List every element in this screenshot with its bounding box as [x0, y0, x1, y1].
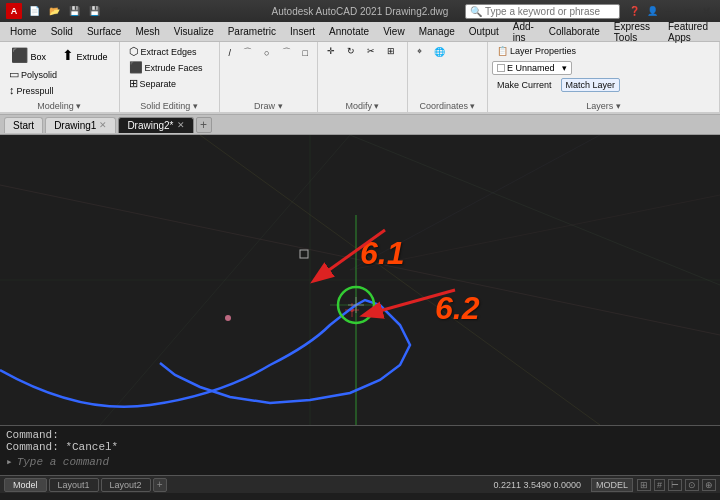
- draw-arc[interactable]: ⌒: [277, 44, 296, 61]
- layout-tab-model[interactable]: Model: [4, 478, 47, 492]
- qat-new[interactable]: 📄: [26, 3, 42, 19]
- menu-view[interactable]: View: [377, 24, 411, 39]
- qat-saveas[interactable]: 💾: [86, 3, 102, 19]
- cmdline-input-row: ▸: [6, 455, 714, 468]
- layout-tab-layout2[interactable]: Layout2: [101, 478, 151, 492]
- match-layer-button[interactable]: Match Layer: [561, 78, 621, 92]
- modify-copy[interactable]: ⊞: [382, 44, 400, 58]
- extrude-icon: ⬆: [62, 47, 74, 63]
- box-button[interactable]: ⬛ Box: [4, 44, 53, 66]
- ortho-toggle[interactable]: ⊢: [668, 479, 682, 491]
- qat-redo[interactable]: ↪: [146, 3, 162, 19]
- doc-tab-drawing2[interactable]: Drawing2* ✕: [118, 117, 193, 133]
- modify-rotate[interactable]: ↻: [342, 44, 360, 58]
- titlebar-right: 🔍 ❓ 👤 ─ □ ✕: [465, 3, 714, 19]
- modify-trim[interactable]: ✂: [362, 44, 380, 58]
- layers-icon: 📋: [497, 46, 508, 56]
- menu-parametric[interactable]: Parametric: [222, 24, 282, 39]
- doc-tabs: Start Drawing1 ✕ Drawing2* ✕ +: [0, 115, 720, 135]
- extrude-faces-icon: ⬛: [129, 62, 143, 73]
- minimize-btn[interactable]: ─: [662, 3, 678, 19]
- qat-save[interactable]: 💾: [66, 3, 82, 19]
- extrude-button[interactable]: ⬆ Extrude: [55, 44, 115, 66]
- new-tab-button[interactable]: +: [196, 117, 212, 133]
- menubar: Home Solid Surface Mesh Visualize Parame…: [0, 22, 720, 42]
- extrude-faces-button[interactable]: ⬛ Extrude Faces: [124, 60, 208, 75]
- presspull-icon: ↕: [9, 85, 15, 96]
- close-btn[interactable]: ✕: [698, 3, 714, 19]
- user-icon[interactable]: 👤: [644, 3, 660, 19]
- menu-manage[interactable]: Manage: [413, 24, 461, 39]
- help-icon[interactable]: ❓: [626, 3, 642, 19]
- ribbon-group-solidediting: ⬡ Extract Edges ⬛ Extrude Faces ⊞ Separa…: [120, 42, 220, 112]
- cmd-input[interactable]: [17, 456, 714, 468]
- ribbon-group-modify: ✛ ↻ ✂ ⊞ Modify ▾: [318, 42, 408, 112]
- modeling-row3: ↕ Presspull: [4, 83, 115, 98]
- close-drawing1-btn[interactable]: ✕: [99, 120, 107, 130]
- search-input[interactable]: [485, 6, 615, 17]
- layers-row-tools: Make Current Match Layer: [492, 78, 715, 92]
- coords-world[interactable]: 🌐: [429, 45, 450, 59]
- osnap-toggle[interactable]: ⊕: [702, 479, 716, 491]
- qat-undo[interactable]: ↩: [126, 3, 142, 19]
- menu-surface[interactable]: Surface: [81, 24, 127, 39]
- menu-mesh[interactable]: Mesh: [129, 24, 165, 39]
- canvas-area[interactable]: 6.1 6.2: [0, 135, 720, 425]
- titlebar-title: Autodesk AutoCAD 2021 Drawing2.dwg: [272, 6, 449, 17]
- coords-row1: ⌖ 🌐: [412, 44, 483, 59]
- draw-label: Draw ▾: [220, 101, 317, 111]
- polar-toggle[interactable]: ⊙: [685, 479, 699, 491]
- ribbon: Home Solid Surface Mesh Visualize Parame…: [0, 22, 720, 115]
- menu-visualize[interactable]: Visualize: [168, 24, 220, 39]
- qat-print[interactable]: 🖨: [106, 3, 122, 19]
- close-drawing2-btn[interactable]: ✕: [177, 120, 185, 130]
- menu-output[interactable]: Output: [463, 24, 505, 39]
- extract-edges-button[interactable]: ⬡ Extract Edges: [124, 44, 202, 59]
- maximize-btn[interactable]: □: [680, 3, 696, 19]
- make-current-button[interactable]: Make Current: [492, 78, 557, 92]
- modify-move[interactable]: ✛: [322, 44, 340, 58]
- box-icon: ⬛: [11, 47, 28, 63]
- model-space-indicator: MODEL: [591, 478, 633, 492]
- snap-toggle[interactable]: ⊞: [637, 479, 651, 491]
- modeling-row1: ⬛ Box ⬆ Extrude: [4, 44, 115, 66]
- ribbon-group-layers: 📋 Layer Properties E Unnamed ▾ Make Curr…: [488, 42, 720, 112]
- polysolid-icon: ▭: [9, 69, 19, 80]
- menu-collaborate[interactable]: Collaborate: [543, 24, 606, 39]
- layout-tab-layout1[interactable]: Layout1: [49, 478, 99, 492]
- menu-expresstools[interactable]: Express Tools: [608, 19, 660, 45]
- menu-addins[interactable]: Add-ins: [507, 19, 541, 45]
- grid-toggle[interactable]: #: [654, 479, 665, 491]
- solidediting-row2: ⬛ Extrude Faces: [124, 60, 215, 75]
- draw-polyline[interactable]: ⌒: [238, 44, 257, 61]
- menu-home[interactable]: Home: [4, 24, 43, 39]
- coords-ucs[interactable]: ⌖: [412, 44, 427, 59]
- ribbon-group-modeling: ⬛ Box ⬆ Extrude ▭ Polysolid: [0, 42, 120, 112]
- add-layout-button[interactable]: +: [153, 478, 167, 492]
- draw-row1: / ⌒ ○ ⌒ □: [224, 44, 313, 61]
- layer-dropdown[interactable]: E Unnamed ▾: [492, 61, 572, 75]
- draw-circle[interactable]: ○: [259, 46, 274, 60]
- solidediting-label: Solid Editing ▾: [120, 101, 219, 111]
- layers-row-props: 📋 Layer Properties: [492, 44, 715, 58]
- draw-rect[interactable]: □: [298, 46, 313, 60]
- doc-tab-drawing1[interactable]: Drawing1 ✕: [45, 117, 116, 133]
- polysolid-button[interactable]: ▭ Polysolid: [4, 67, 62, 82]
- cmd-label: Command:: [6, 429, 714, 441]
- separate-button[interactable]: ⊞ Separate: [124, 76, 182, 91]
- doc-tab-start[interactable]: Start: [4, 117, 43, 133]
- status-toggles: ⊞ # ⊢ ⊙ ⊕: [637, 479, 716, 491]
- search-bar[interactable]: 🔍: [465, 4, 620, 19]
- qat-open[interactable]: 📂: [46, 3, 62, 19]
- presspull-button[interactable]: ↕ Presspull: [4, 83, 59, 98]
- layers-row-selector: E Unnamed ▾: [492, 61, 715, 75]
- separate-icon: ⊞: [129, 78, 138, 89]
- ribbon-group-draw: / ⌒ ○ ⌒ □ Draw ▾: [220, 42, 318, 112]
- layer-properties-button[interactable]: 📋 Layer Properties: [492, 44, 581, 58]
- drawing-canvas: [0, 135, 720, 425]
- draw-line[interactable]: /: [224, 46, 237, 60]
- menu-insert[interactable]: Insert: [284, 24, 321, 39]
- menu-annotate[interactable]: Annotate: [323, 24, 375, 39]
- menu-solid[interactable]: Solid: [45, 24, 79, 39]
- menu-featuredapps[interactable]: Featured Apps: [662, 19, 716, 45]
